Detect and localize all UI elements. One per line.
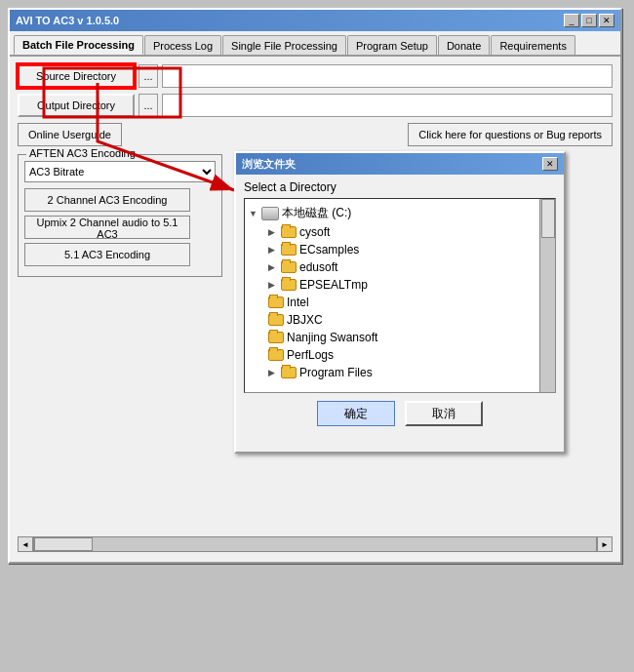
- tree-item-label: Nanjing Swansoft: [287, 331, 377, 344]
- tree-item-label: EPSEALTmp: [299, 278, 368, 292]
- collapse-arrow-icon: ▼: [249, 209, 258, 218]
- tree-item[interactable]: ▶ edusoft: [249, 258, 551, 276]
- source-directory-input[interactable]: [162, 64, 613, 88]
- tree-item-label: Intel: [287, 296, 309, 309]
- browse-directory-dialog: 浏览文件夹 ✕ Select a Directory ▼ 本地磁盘 (C:) ▶…: [234, 151, 566, 454]
- hdd-icon: [261, 207, 279, 220]
- bug-report-button[interactable]: Click here for questions or Bug reports: [408, 123, 613, 146]
- close-button[interactable]: ✕: [599, 14, 614, 27]
- output-directory-button[interactable]: Output Directory: [18, 94, 135, 117]
- expand-arrow-icon: ▶: [268, 368, 278, 377]
- folder-icon: [268, 314, 284, 326]
- tree-scrollbar-thumb[interactable]: [541, 199, 555, 238]
- tree-item-label: edusoft: [299, 260, 337, 274]
- tree-item-label: cysoft: [299, 225, 330, 239]
- expand-arrow-icon: ▶: [268, 262, 278, 272]
- scroll-right-button[interactable]: ►: [597, 536, 613, 552]
- tab-donate[interactable]: Donate: [438, 35, 490, 55]
- tree-item[interactable]: JBJXC: [249, 311, 551, 329]
- dialog-title-text: 浏览文件夹: [242, 157, 296, 172]
- 51-encode-button[interactable]: 5.1 AC3 Encoding: [24, 243, 190, 266]
- tab-batch-file-processing[interactable]: Batch File Processing: [14, 35, 143, 55]
- expand-arrow-icon: ▶: [268, 280, 278, 290]
- tree-item-label: ECsamples: [299, 243, 359, 257]
- source-directory-button[interactable]: Source Directory: [18, 64, 135, 88]
- dialog-title-bar: 浏览文件夹 ✕: [236, 153, 564, 175]
- expand-arrow-icon: ▶: [268, 245, 278, 255]
- title-bar: AVI TO AC3 v 1.0.5.0 _ □ ✕: [10, 10, 620, 31]
- tab-process-log[interactable]: Process Log: [144, 35, 221, 55]
- tree-root-item[interactable]: ▼ 本地磁盘 (C:): [249, 203, 551, 223]
- folder-icon: [281, 279, 297, 291]
- folder-icon: [281, 367, 297, 378]
- tree-item-label: PerfLogs: [287, 348, 334, 362]
- window-title: AVI TO AC3 v 1.0.5.0: [16, 15, 119, 26]
- directory-tree[interactable]: ▼ 本地磁盘 (C:) ▶ cysoft ▶ ECsamples ▶ eduso…: [244, 198, 556, 393]
- tab-requirements[interactable]: Requirements: [491, 35, 575, 55]
- aften-encoding-box: AFTEN AC3 Encoding AC3 Bitrate 2 Channel…: [18, 154, 222, 277]
- dialog-ok-button[interactable]: 确定: [317, 401, 395, 426]
- tab-bar: Batch File Processing Process Log Single…: [10, 31, 620, 57]
- title-bar-buttons: _ □ ✕: [564, 14, 614, 27]
- ac3-bitrate-select[interactable]: AC3 Bitrate: [24, 161, 216, 182]
- scroll-thumb[interactable]: [34, 537, 93, 551]
- tree-item[interactable]: Nanjing Swansoft: [249, 329, 551, 346]
- maximize-button[interactable]: □: [581, 14, 597, 27]
- folder-icon: [281, 261, 297, 273]
- upmix-encode-button[interactable]: Upmix 2 Channel audio to 5.1 AC3: [24, 216, 190, 239]
- tree-content: ▼ 本地磁盘 (C:) ▶ cysoft ▶ ECsamples ▶ eduso…: [245, 199, 555, 392]
- dialog-buttons: 确定 取消: [236, 393, 564, 434]
- dialog-cancel-button[interactable]: 取消: [405, 401, 483, 426]
- folder-icon: [281, 244, 297, 256]
- minimize-button[interactable]: _: [564, 14, 579, 27]
- online-userguide-button[interactable]: Online Userguide: [18, 123, 122, 146]
- scroll-left-button[interactable]: ◄: [18, 536, 33, 552]
- tree-item-label: Program Files: [299, 366, 373, 379]
- dialog-subtitle: Select a Directory: [236, 175, 564, 198]
- folder-icon: [281, 226, 297, 238]
- folder-icon: [268, 296, 284, 308]
- tree-item-label: JBJXC: [287, 313, 323, 327]
- output-directory-row: Output Directory ...: [18, 94, 613, 117]
- output-browse-button[interactable]: ...: [139, 94, 158, 117]
- tree-item[interactable]: ▶ EPSEALTmp: [249, 276, 551, 294]
- horizontal-scrollbar: ◄ ►: [18, 536, 613, 552]
- bitrate-select-row: AC3 Bitrate: [24, 161, 216, 182]
- 2ch-encode-button[interactable]: 2 Channel AC3 Encoding: [24, 188, 190, 212]
- dialog-close-button[interactable]: ✕: [542, 157, 558, 171]
- tree-item[interactable]: Intel: [249, 294, 551, 311]
- tree-item[interactable]: ▶ cysoft: [249, 223, 551, 241]
- tab-program-setup[interactable]: Program Setup: [347, 35, 437, 55]
- link-row: Online Userguide Click here for question…: [18, 123, 613, 146]
- tree-scrollbar[interactable]: [539, 199, 555, 392]
- scroll-track[interactable]: [33, 536, 597, 552]
- source-browse-button[interactable]: ...: [139, 64, 158, 88]
- folder-icon: [268, 332, 284, 343]
- folder-icon: [268, 349, 284, 361]
- tree-item[interactable]: ▶ Program Files: [249, 364, 551, 381]
- expand-arrow-icon: ▶: [268, 227, 278, 237]
- aften-legend: AFTEN AC3 Encoding: [26, 147, 139, 159]
- tab-single-file-processing[interactable]: Single File Processing: [222, 35, 346, 55]
- tree-item[interactable]: PerfLogs: [249, 346, 551, 364]
- tree-root-label: 本地磁盘 (C:): [282, 205, 351, 221]
- output-directory-input[interactable]: [162, 94, 613, 117]
- tree-item[interactable]: ▶ ECsamples: [249, 241, 551, 258]
- source-directory-row: Source Directory ...: [18, 64, 613, 88]
